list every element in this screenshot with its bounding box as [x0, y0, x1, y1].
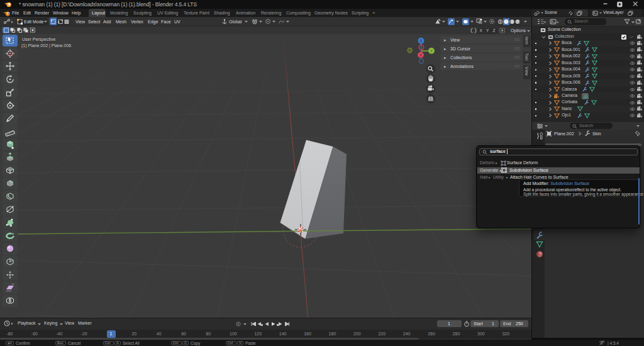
svg-text:X: X [419, 53, 422, 57]
svg-text:Y: Y [430, 49, 433, 53]
